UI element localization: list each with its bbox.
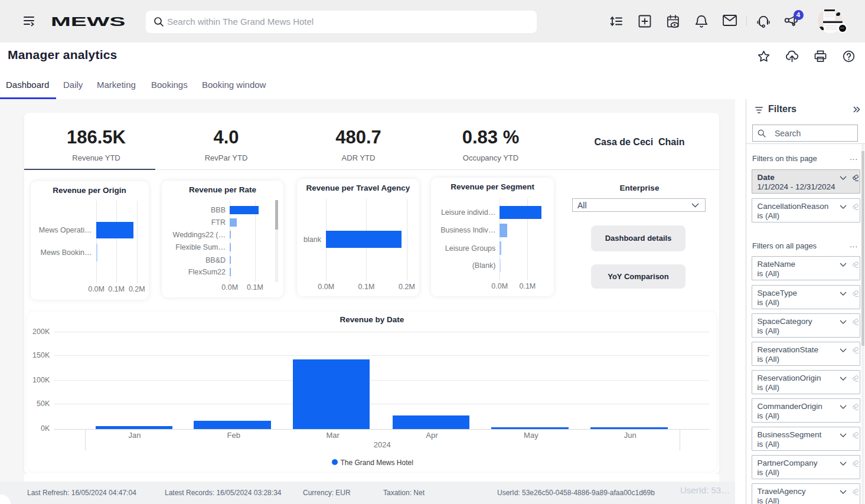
svg-text:MEWS: MEWS <box>51 17 126 28</box>
